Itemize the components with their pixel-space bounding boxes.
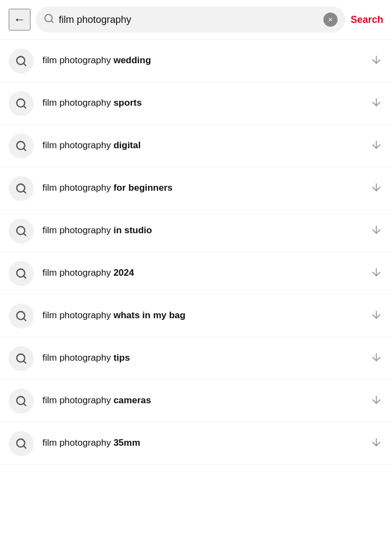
suggestion-text: film photography cameras	[42, 395, 363, 407]
back-button[interactable]: ←	[9, 9, 30, 31]
list-item[interactable]: film photography whats in my bag	[0, 295, 392, 337]
arrow-up-left-icon	[368, 306, 387, 325]
arrow-up-left-icon	[368, 51, 387, 70]
svg-line-13	[373, 184, 380, 191]
suggestion-text: film photography digital	[42, 140, 363, 151]
list-item[interactable]: film photography sports	[0, 82, 392, 125]
arrow-up-left-icon	[368, 179, 387, 198]
list-item[interactable]: film photography 2024	[0, 252, 392, 295]
svg-line-27	[23, 403, 26, 405]
list-item[interactable]: film photography tips	[0, 337, 392, 380]
svg-line-12	[23, 191, 26, 193]
search-button[interactable]: Search	[351, 14, 383, 26]
list-item[interactable]: film photography cameras	[0, 380, 392, 422]
suggestion-text: film photography 2024	[42, 267, 363, 279]
svg-line-7	[373, 99, 380, 106]
search-icon-circle	[9, 431, 34, 456]
svg-line-9	[23, 148, 26, 150]
header: ← × Search	[0, 0, 392, 40]
svg-line-22	[373, 311, 380, 318]
svg-line-25	[373, 354, 380, 361]
search-icon-circle	[9, 134, 34, 159]
svg-line-6	[23, 106, 26, 108]
search-icon-circle	[9, 346, 34, 371]
search-icon-circle	[9, 261, 34, 286]
arrow-up-left-icon	[368, 434, 387, 453]
arrow-up-left-icon	[368, 391, 387, 410]
search-icon-circle	[9, 219, 34, 244]
search-input[interactable]	[59, 14, 319, 26]
list-item[interactable]: film photography wedding	[0, 40, 392, 82]
suggestion-text: film photography tips	[42, 352, 363, 364]
svg-line-28	[373, 396, 380, 403]
svg-line-10	[373, 141, 380, 148]
search-icon-circle	[9, 176, 34, 201]
list-item[interactable]: film photography for beginners	[0, 167, 392, 210]
search-icon-circle	[9, 91, 34, 116]
back-arrow-icon: ←	[14, 13, 26, 27]
suggestion-text: film photography wedding	[42, 54, 363, 66]
svg-line-15	[23, 233, 26, 235]
svg-line-4	[373, 56, 380, 63]
clear-button[interactable]: ×	[323, 13, 338, 27]
svg-line-21	[23, 318, 26, 320]
search-icon-circle	[9, 389, 34, 414]
arrow-up-left-icon	[368, 349, 387, 368]
suggestions-list: film photography wedding film photograph…	[0, 40, 392, 465]
svg-line-30	[23, 446, 26, 448]
svg-line-31	[373, 439, 380, 446]
suggestion-text: film photography in studio	[42, 225, 363, 236]
svg-line-19	[373, 269, 380, 276]
svg-line-18	[23, 276, 26, 278]
suggestion-text: film photography sports	[42, 97, 363, 109]
list-item[interactable]: film photography in studio	[0, 210, 392, 252]
suggestion-text: film photography for beginners	[42, 182, 363, 194]
svg-line-16	[373, 226, 380, 233]
arrow-up-left-icon	[368, 94, 387, 113]
suggestion-text: film photography whats in my bag	[42, 310, 363, 322]
list-item[interactable]: film photography 35mm	[0, 422, 392, 465]
clear-icon: ×	[328, 16, 333, 23]
search-icon-circle	[9, 48, 34, 74]
arrow-up-left-icon	[368, 136, 387, 155]
svg-line-3	[23, 63, 26, 65]
arrow-up-left-icon	[368, 264, 387, 283]
suggestion-text: film photography 35mm	[42, 437, 363, 449]
search-icon	[44, 13, 54, 27]
svg-line-1	[51, 20, 53, 22]
search-icon-circle	[9, 304, 34, 329]
list-item[interactable]: film photography digital	[0, 125, 392, 167]
svg-line-24	[23, 361, 26, 363]
arrow-up-left-icon	[368, 221, 387, 240]
search-box: ×	[36, 7, 345, 33]
